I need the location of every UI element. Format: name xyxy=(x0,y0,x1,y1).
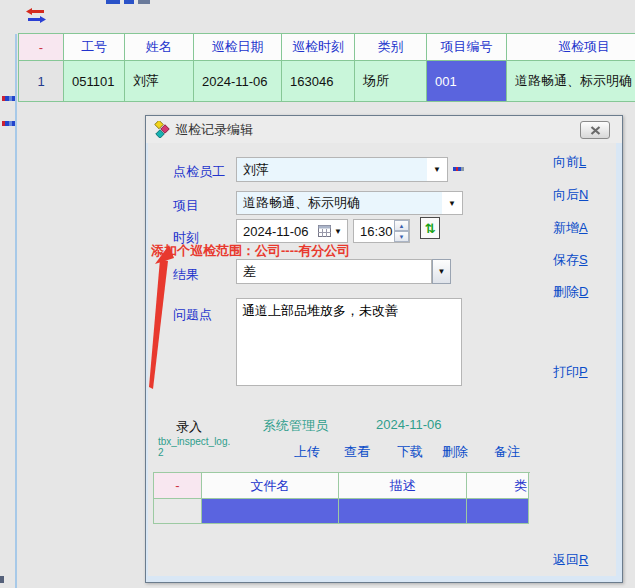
file-table: - 文件名 描述 类 xyxy=(153,472,530,524)
app-window: { "top_table": { "headers": ["-", "工号", … xyxy=(0,0,635,588)
employee-label: 点检员工 xyxy=(173,163,225,181)
column-header[interactable]: 巡检时刻 xyxy=(282,34,355,61)
project-value: 道路畅通、标示明确 xyxy=(237,192,442,214)
employee-combobox[interactable]: 刘萍 ▼ xyxy=(236,157,448,182)
item-cell[interactable]: 道路畅通、标示明确 xyxy=(507,61,635,102)
emp-id-cell[interactable]: 051101 xyxy=(64,61,125,102)
dialog-title: 巡检记录编辑 xyxy=(175,121,253,139)
swap-arrows-icon[interactable] xyxy=(26,8,46,23)
spinner-up-icon[interactable]: ▲ xyxy=(394,220,409,231)
description-cell[interactable] xyxy=(339,499,467,524)
chevron-down-icon[interactable]: ▼ xyxy=(334,227,342,236)
column-header[interactable]: - xyxy=(19,34,64,61)
dialog-titlebar[interactable]: 巡检记录编辑 xyxy=(146,116,622,143)
column-header[interactable]: 姓名 xyxy=(125,34,194,61)
file-delete-link[interactable]: 删除 xyxy=(442,443,468,461)
chevron-down-icon: ▼ xyxy=(438,267,446,276)
column-header[interactable]: 类别 xyxy=(355,34,427,61)
time-cell[interactable]: 163046 xyxy=(282,61,355,102)
entry-user: 系统管理员 xyxy=(263,417,328,435)
clipped-toolbar-text xyxy=(106,0,226,5)
time-spinner-field[interactable]: 16:30 ▲ ▼ xyxy=(353,219,410,243)
row-number-cell[interactable] xyxy=(154,499,202,524)
chevron-down-icon[interactable]: ▼ xyxy=(427,158,447,181)
result-dropdown-button[interactable]: ▼ xyxy=(432,259,451,284)
left-guide-line xyxy=(15,34,17,588)
filename-cell[interactable] xyxy=(202,499,339,524)
employee-value: 刘萍 xyxy=(237,158,427,181)
save-link[interactable]: 保存S xyxy=(553,251,588,269)
column-header[interactable]: 巡检项目 xyxy=(507,34,635,61)
calendar-icon xyxy=(318,225,331,237)
category-cell[interactable]: 场所 xyxy=(355,61,427,102)
dialog-content: 点检员工 刘萍 ▼ 项目 道路畅通、标示明确 ▼ 时刻 2024-11-06 ▼ xyxy=(148,143,616,576)
entry-label: 录入 xyxy=(176,418,202,436)
column-header[interactable]: 巡检日期 xyxy=(194,34,282,61)
problem-label: 问题点 xyxy=(173,306,212,324)
file-table-header: - 文件名 描述 类 xyxy=(154,473,530,499)
problem-textarea[interactable]: 通道上部品堆放多，未改善 xyxy=(236,298,462,386)
back-link[interactable]: 返回R xyxy=(553,551,588,569)
close-button[interactable] xyxy=(580,121,610,139)
item-no-cell-selected[interactable]: 001 xyxy=(427,61,507,102)
entry-date: 2024-11-06 xyxy=(376,417,442,432)
clipped-more-mark xyxy=(453,167,464,171)
remark-link[interactable]: 备注 xyxy=(494,443,520,461)
refresh-time-button[interactable]: ⇅ xyxy=(420,217,440,239)
refresh-icon: ⇅ xyxy=(425,221,436,236)
result-value: 差 xyxy=(237,263,431,281)
name-cell[interactable]: 刘萍 xyxy=(125,61,194,102)
file-table-empty-row[interactable] xyxy=(154,499,530,524)
result-label: 结果 xyxy=(173,266,199,284)
category-cell[interactable] xyxy=(467,499,529,524)
nav-backward-link[interactable]: 向后N xyxy=(553,186,588,204)
project-label: 项目 xyxy=(173,197,199,215)
nav-forward-link[interactable]: 向前L xyxy=(553,153,586,171)
date-value: 2024-11-06 xyxy=(237,224,318,239)
table-row[interactable]: 1 051101 刘萍 2024-11-06 163046 场所 001 道路畅… xyxy=(19,61,635,102)
inspection-record-edit-dialog: 巡检记录编辑 点检员工 刘萍 ▼ 项目 道路畅通、标示明确 ▼ 时刻 2024-… xyxy=(145,115,623,583)
column-header[interactable]: 描述 xyxy=(339,473,467,499)
annotation-note: 添加个巡检范围：公司----有分公司 xyxy=(151,242,350,260)
clipped-corner-mark xyxy=(0,576,4,583)
clock-value: 16:30 xyxy=(354,224,394,239)
upload-link[interactable]: 上传 xyxy=(294,443,320,461)
column-header[interactable]: 文件名 xyxy=(202,473,339,499)
close-icon xyxy=(590,126,601,135)
chevron-down-icon[interactable]: ▼ xyxy=(442,192,462,214)
inspection-table: - 工号 姓名 巡检日期 巡检时刻 类别 项目编号 巡检项目 1 051101 … xyxy=(18,33,635,102)
column-header[interactable]: 项目编号 xyxy=(427,34,507,61)
clipped-edge-text xyxy=(2,121,15,126)
add-link[interactable]: 新增A xyxy=(553,219,588,237)
print-link[interactable]: 打印P xyxy=(553,363,588,381)
spinner-down-icon[interactable]: ▼ xyxy=(394,231,409,242)
view-link[interactable]: 查看 xyxy=(344,443,370,461)
records-icon xyxy=(153,121,170,138)
column-header[interactable]: - xyxy=(154,473,202,499)
date-cell[interactable]: 2024-11-06 xyxy=(194,61,282,102)
result-combobox[interactable]: 差 xyxy=(236,259,432,284)
clipped-edge-text xyxy=(2,96,15,101)
project-combobox[interactable]: 道路畅通、标示明确 ▼ xyxy=(236,191,463,215)
table-ref-text: tbx_inspect_log. 2 xyxy=(158,436,230,458)
column-header[interactable]: 工号 xyxy=(64,34,125,61)
column-header[interactable]: 类 xyxy=(467,473,529,499)
row-number-cell[interactable]: 1 xyxy=(19,61,64,102)
download-link[interactable]: 下载 xyxy=(397,443,423,461)
date-picker[interactable]: 2024-11-06 ▼ xyxy=(236,219,348,243)
delete-link[interactable]: 删除D xyxy=(553,283,588,301)
inspection-table-header: - 工号 姓名 巡检日期 巡检时刻 类别 项目编号 巡检项目 xyxy=(19,34,635,61)
time-spinner[interactable]: ▲ ▼ xyxy=(394,220,409,242)
